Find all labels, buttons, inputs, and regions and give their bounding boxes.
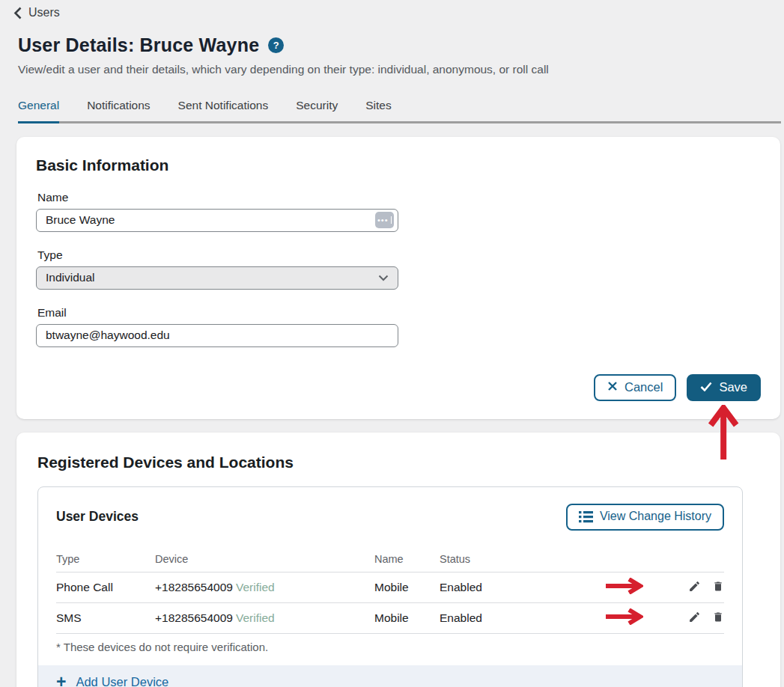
- add-user-device-button[interactable]: + Add User Device: [38, 665, 742, 687]
- cancel-button[interactable]: Cancel: [594, 374, 676, 401]
- cancel-button-label: Cancel: [625, 379, 663, 395]
- user-devices-card: User Devices View Change History Type De…: [37, 486, 743, 687]
- edit-device-button[interactable]: [688, 580, 701, 595]
- type-select-value: Individual: [46, 271, 95, 284]
- devices-table-header: Type Device Name Status: [56, 547, 724, 572]
- tab-notifications[interactable]: Notifications: [87, 91, 150, 121]
- registered-devices-heading: Registered Devices and Locations: [37, 454, 743, 471]
- cell-type: SMS: [56, 611, 155, 625]
- column-header-status: Status: [440, 553, 661, 565]
- view-change-history-button[interactable]: View Change History: [566, 504, 724, 531]
- cell-name: Mobile: [374, 611, 440, 625]
- cell-status: Enabled: [440, 611, 661, 625]
- cell-status: Enabled: [440, 581, 661, 594]
- back-link-label: Users: [28, 6, 60, 19]
- tab-security[interactable]: Security: [296, 91, 338, 121]
- column-header-name: Name: [374, 553, 440, 565]
- tab-general[interactable]: General: [18, 91, 59, 121]
- column-header-type: Type: [56, 553, 155, 565]
- cell-device: +18285654009: [155, 581, 236, 594]
- trash-icon: [712, 611, 724, 626]
- name-field-label: Name: [37, 191, 761, 204]
- type-select[interactable]: Individual: [36, 266, 398, 290]
- cell-name: Mobile: [374, 581, 440, 594]
- cell-device: +18285654009: [155, 611, 236, 625]
- view-change-history-label: View Change History: [600, 509, 711, 525]
- chevron-down-icon: [378, 271, 389, 284]
- plus-icon: +: [56, 675, 66, 687]
- text-expander-icon[interactable]: •••: [375, 212, 394, 228]
- registered-devices-card: Registered Devices and Locations User De…: [16, 433, 780, 687]
- email-input[interactable]: [36, 324, 398, 347]
- tab-sites[interactable]: Sites: [365, 91, 391, 121]
- save-button-label: Save: [719, 379, 747, 395]
- column-header-device: Device: [155, 553, 236, 565]
- basic-information-heading: Basic Information: [36, 156, 761, 174]
- type-field-label: Type: [37, 248, 761, 262]
- delete-device-button[interactable]: [712, 580, 724, 595]
- verification-footnote: * These devices do not require verificat…: [38, 634, 742, 665]
- page-subtitle: View/edit a user and their details, whic…: [18, 63, 766, 76]
- add-user-device-label: Add User Device: [76, 675, 168, 687]
- tab-bar: General Notifications Sent Notifications…: [18, 91, 781, 123]
- trash-icon: [712, 580, 724, 595]
- chevron-left-icon: [13, 7, 22, 19]
- basic-information-card: Basic Information Name ••• Type Individu…: [16, 137, 780, 419]
- email-field-label: Email: [37, 306, 761, 320]
- devices-table: Type Device Name Status Phone Call +1828…: [56, 547, 724, 634]
- pencil-icon: [688, 580, 701, 595]
- x-icon: [607, 379, 618, 395]
- list-icon: [579, 510, 593, 523]
- cell-verification: Verified: [236, 611, 374, 625]
- device-row-sms: SMS +18285654009 Verified Mobile Enabled: [56, 603, 724, 634]
- back-link[interactable]: Users: [13, 6, 60, 19]
- check-icon: [700, 379, 712, 395]
- tab-sent-notifications[interactable]: Sent Notifications: [178, 91, 269, 121]
- delete-device-button[interactable]: [712, 611, 724, 626]
- cell-verification: Verified: [236, 581, 374, 594]
- device-row-phone-call: Phone Call +18285654009 Verified Mobile …: [56, 572, 724, 603]
- edit-device-button[interactable]: [688, 611, 701, 626]
- pencil-icon: [688, 611, 701, 626]
- page-header: Users User Details: Bruce Wayne ? View/e…: [0, 0, 784, 76]
- user-devices-heading: User Devices: [56, 509, 139, 525]
- help-icon[interactable]: ?: [268, 37, 284, 53]
- page-title: User Details: Bruce Wayne: [18, 34, 259, 56]
- cell-type: Phone Call: [56, 581, 155, 594]
- name-input[interactable]: [36, 209, 398, 232]
- save-button[interactable]: Save: [687, 374, 761, 401]
